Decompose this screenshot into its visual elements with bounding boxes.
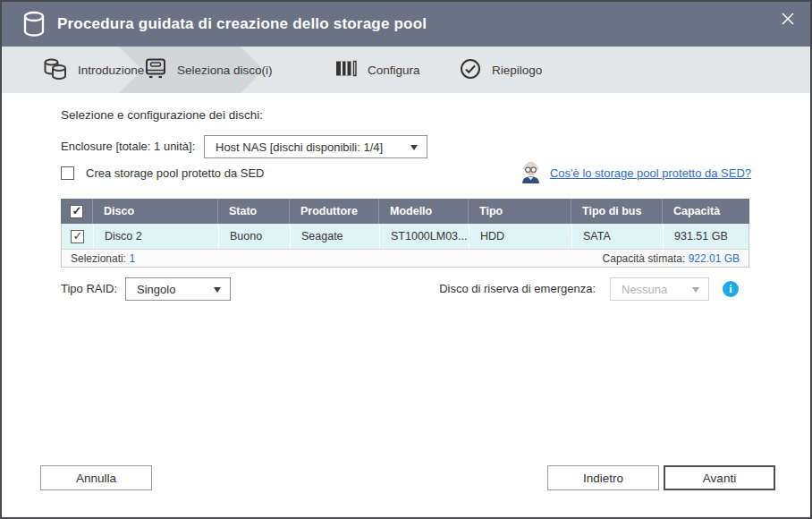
cell-produttore: Seagate [291, 224, 380, 249]
dialog-title: Procedura guidata di creazione dello sto… [57, 15, 427, 33]
enclosure-select[interactable]: Host NAS [dischi disponibili: 1/4] [204, 135, 427, 158]
hot-spare-label: Disco di riserva di emergenza: [439, 277, 596, 301]
raid-type-label: Tipo RAID: [61, 277, 117, 301]
hot-spare-selected-value: Nessuna [622, 283, 667, 296]
raid-type-select[interactable]: Singolo [125, 277, 231, 301]
column-header-produttore: Produttore [290, 199, 379, 224]
enclosure-selected-value: Host NAS [dischi disponibili: 1/4] [216, 140, 383, 154]
titlebar: Procedura guidata di creazione dello sto… [2, 2, 810, 47]
storage-pool-cylinder-icon [23, 11, 45, 38]
row-checkbox[interactable] [71, 230, 84, 243]
partition-icon [335, 60, 357, 80]
hot-spare-select[interactable]: Nessuna [610, 277, 709, 301]
sed-help-link[interactable]: Cos'è lo storage pool protetto da SED? [550, 166, 751, 180]
cell-capacita: 931.51 GB [664, 224, 749, 249]
step-introduzione: Introduzione [43, 47, 144, 93]
chevron-down-icon [214, 287, 221, 293]
selected-count: Selezionati: 1 [71, 252, 135, 265]
column-header-tipo: Tipo [469, 199, 571, 224]
professor-mascot-icon [519, 159, 543, 187]
next-button[interactable]: Avanti [664, 465, 775, 490]
step-label: Riepilogo [492, 64, 542, 77]
cell-modello: ST1000LM03... [380, 224, 469, 249]
chevron-down-icon [692, 287, 699, 293]
back-button[interactable]: Indietro [547, 465, 659, 490]
column-header-tipo-di-bus: Tipo di bus [571, 199, 663, 224]
row-select-cell [62, 224, 94, 249]
step-label: Configura [368, 64, 420, 77]
sed-checkbox-label: Crea storage pool protetto da SED [86, 166, 264, 180]
cancel-button[interactable]: Annulla [40, 465, 152, 490]
disk-table-footer: Selezionati: 1 Capacità stimata: 922.01 … [61, 249, 749, 268]
sed-checkbox[interactable] [61, 166, 74, 180]
chevron-down-icon [410, 145, 418, 150]
close-icon[interactable] [780, 11, 796, 27]
column-header-stato: Stato [218, 199, 290, 224]
wizard-steps: Introduzione Seleziona disco(i) [2, 47, 810, 93]
step-label: Introduzione [78, 64, 144, 77]
header-select-all-cell [61, 199, 93, 224]
enclosure-label: Enclosure [totale: 1 unità]: [61, 135, 195, 158]
column-header-disco: Disco [93, 199, 218, 224]
cell-stato: Buono [219, 224, 291, 249]
storage-pool-wizard-dialog: Procedura guidata di creazione dello sto… [0, 0, 812, 519]
disk-stack-icon [43, 57, 67, 83]
cell-tipo: HDD [469, 224, 572, 249]
disk-table-header: Disco Stato Produttore Modello Tipo Tipo… [61, 199, 749, 224]
section-title: Selezione e configurazione dei dischi: [61, 108, 263, 122]
table-row[interactable]: Disco 2 Buono Seagate ST1000LM03... HDD … [61, 224, 749, 249]
raid-type-selected-value: Singolo [137, 283, 175, 296]
hard-drive-icon [145, 58, 166, 81]
column-header-modello: Modello [379, 199, 469, 224]
cell-disco: Disco 2 [94, 224, 219, 249]
step-configura: Configura [335, 47, 420, 93]
select-all-checkbox[interactable] [70, 205, 83, 218]
sed-row: Crea storage pool protetto da SED [61, 166, 264, 180]
step-label: Seleziona disco(i) [177, 64, 273, 77]
info-icon[interactable]: i [723, 281, 739, 297]
step-seleziona-disco: Seleziona disco(i) [145, 47, 273, 93]
estimated-capacity: Capacità stimata: 922.01 GB [603, 252, 740, 265]
sed-help: Cos'è lo storage pool protetto da SED? [519, 159, 751, 187]
step-riepilogo: Riepilogo [460, 47, 542, 93]
check-circle-icon [460, 58, 481, 82]
disk-table: Disco Stato Produttore Modello Tipo Tipo… [61, 199, 749, 268]
cell-tipo-di-bus: SATA [572, 224, 664, 249]
column-header-capacita: Capacità [663, 199, 749, 224]
